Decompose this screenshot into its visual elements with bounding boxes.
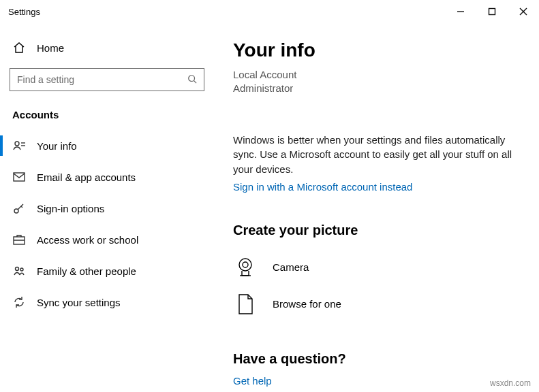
- section-title: Accounts: [0, 103, 214, 130]
- search-box[interactable]: [10, 68, 204, 91]
- mail-icon: [12, 170, 26, 184]
- nav-label: Email & app accounts: [37, 172, 136, 183]
- svg-rect-1: [489, 9, 495, 15]
- home-icon: [12, 41, 26, 54]
- maximize-button[interactable]: [476, 0, 508, 23]
- signin-ms-link[interactable]: Sign in with a Microsoft account instead: [233, 181, 412, 193]
- person-badge-icon: [12, 139, 26, 152]
- sync-description: Windows is better when your settings and…: [233, 133, 525, 177]
- nav-label: Sync your settings: [37, 297, 121, 308]
- nav-your-info[interactable]: Your info: [0, 130, 214, 161]
- picture-heading: Create your picture: [233, 223, 525, 238]
- get-help-link[interactable]: Get help: [233, 375, 272, 387]
- svg-point-15: [243, 262, 248, 267]
- page-heading: Your info: [233, 39, 525, 61]
- svg-rect-9: [14, 173, 25, 181]
- account-type: Local Account: [233, 68, 525, 82]
- nav-sync[interactable]: Sync your settings: [0, 287, 214, 318]
- account-role: Administrator: [233, 82, 525, 95]
- nav-label: Sign-in options: [37, 203, 104, 214]
- nav-signin-options[interactable]: Sign-in options: [0, 193, 214, 224]
- titlebar: Settings: [0, 0, 539, 23]
- sidebar: Home Accounts Your info: [0, 23, 214, 392]
- close-button[interactable]: [508, 0, 539, 23]
- svg-point-12: [16, 267, 19, 271]
- svg-point-13: [20, 268, 23, 271]
- sync-icon: [12, 295, 26, 309]
- nav-work-school[interactable]: Access work or school: [0, 224, 214, 255]
- svg-line-5: [194, 80, 197, 83]
- content-pane: Your info Local Account Administrator Wi…: [214, 23, 539, 392]
- briefcase-icon: [12, 233, 26, 246]
- svg-point-6: [15, 142, 19, 146]
- camera-option[interactable]: Camera: [233, 249, 525, 286]
- minimize-button[interactable]: [445, 0, 476, 23]
- home-label: Home: [37, 42, 64, 54]
- nav-label: Family & other people: [37, 265, 136, 277]
- camera-label: Camera: [273, 261, 309, 273]
- window-controls: [445, 0, 539, 23]
- key-icon: [12, 201, 26, 215]
- people-icon: [12, 264, 26, 278]
- svg-point-4: [189, 75, 195, 81]
- camera-icon: [233, 255, 258, 280]
- source-watermark: wsxdn.com: [490, 378, 531, 388]
- window-title: Settings: [8, 7, 40, 17]
- search-icon: [187, 74, 197, 86]
- search-container: [10, 68, 204, 91]
- home-nav[interactable]: Home: [0, 34, 214, 61]
- question-heading: Have a question?: [233, 351, 525, 367]
- nav-label: Your info: [37, 140, 77, 152]
- nav-email[interactable]: Email & app accounts: [0, 161, 214, 193]
- nav-label: Access work or school: [37, 234, 138, 246]
- file-icon: [233, 292, 258, 316]
- browse-option[interactable]: Browse for one: [233, 286, 525, 323]
- browse-label: Browse for one: [273, 298, 341, 310]
- svg-point-14: [239, 259, 251, 271]
- nav-family[interactable]: Family & other people: [0, 255, 214, 287]
- search-input[interactable]: [17, 74, 187, 85]
